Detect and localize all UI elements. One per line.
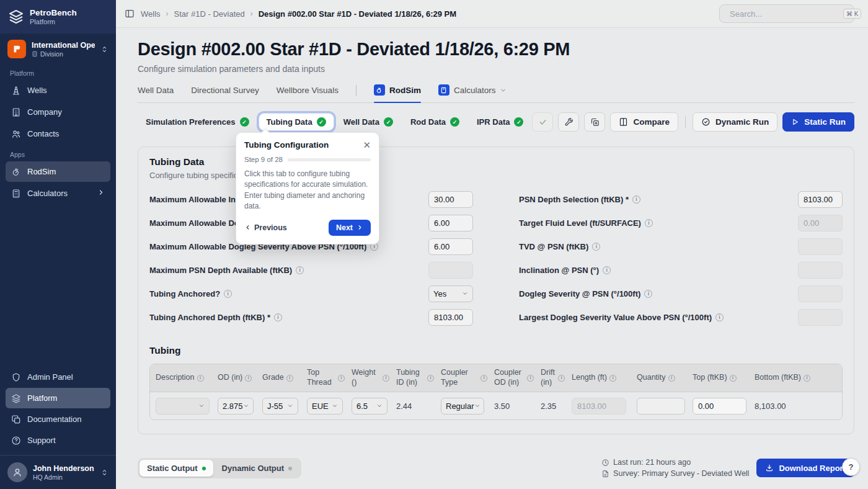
validate-button[interactable] <box>532 112 553 132</box>
tubing-anchored-select[interactable]: Yes <box>428 285 473 302</box>
sidebar-item-rodsim[interactable]: RodSim <box>6 161 110 182</box>
subtab-rod-data[interactable]: Rod Data✓ <box>402 113 467 131</box>
chevron-right-icon <box>356 224 363 231</box>
info-icon[interactable]: i <box>245 375 252 382</box>
top-thread-select[interactable]: EUE <box>307 398 343 415</box>
chevron-down-icon <box>474 402 480 411</box>
sidebar-item-documentation[interactable]: Documentation <box>6 409 110 429</box>
max-inclination-input[interactable] <box>428 191 473 208</box>
building-icon <box>11 107 21 117</box>
max-dogleg-above-psn-input[interactable] <box>428 238 473 255</box>
download-icon <box>765 464 774 472</box>
subtab-well-data[interactable]: Well Data✓ <box>335 113 401 131</box>
info-icon[interactable]: i <box>730 375 737 382</box>
info-icon[interactable]: i <box>558 375 565 382</box>
sidebar-item-wells[interactable]: Wells <box>6 80 110 101</box>
info-icon[interactable]: i <box>645 219 653 227</box>
tubing-anchored-depth-input[interactable] <box>428 309 473 326</box>
column-header: Gradei <box>262 373 307 383</box>
info-icon[interactable]: i <box>668 375 675 382</box>
close-icon[interactable]: ✕ <box>363 140 371 150</box>
users-icon <box>11 129 21 139</box>
tab-well-data[interactable]: Well Data <box>138 86 174 102</box>
psn-depth-selection-input[interactable] <box>798 191 843 208</box>
run-info: Last run: 21 hours ago Survey: Primary S… <box>601 458 749 478</box>
info-icon[interactable]: i <box>592 243 600 251</box>
topbar: Wells › Star #1D - Deviated › Design #00… <box>116 0 868 28</box>
sidebar-item-contacts[interactable]: Contacts <box>6 123 110 144</box>
subtab-tubing-data[interactable]: Tubing Data✓ <box>259 113 334 131</box>
download-report-button[interactable]: Download Report <box>756 459 854 477</box>
sidebar-item-company[interactable]: Company <box>6 102 110 122</box>
table-row: 2.875 J-55 EUE 6.5 2.44 Regular 3.50 2.3… <box>150 392 842 419</box>
subtab-ipr-data[interactable]: IPR Data✓ <box>469 113 531 131</box>
tab-directional-survey[interactable]: Directional Survey <box>191 86 259 102</box>
sidebar-item-platform[interactable]: Platform <box>6 388 110 408</box>
sidebar-toggle-icon[interactable] <box>125 9 135 19</box>
top-input[interactable] <box>693 398 746 415</box>
next-button[interactable]: Next <box>329 220 371 236</box>
edit-button[interactable] <box>558 112 579 132</box>
info-icon[interactable]: i <box>609 375 616 382</box>
quantity-input[interactable] <box>637 398 685 415</box>
info-icon[interactable]: i <box>338 375 345 382</box>
duplicate-button[interactable] <box>584 112 605 132</box>
info-icon[interactable]: i <box>480 375 487 382</box>
info-icon[interactable]: i <box>603 266 611 274</box>
column-header: Quantityi <box>637 373 693 383</box>
info-icon[interactable]: i <box>644 290 652 298</box>
inclination-at-psn-input <box>798 262 843 279</box>
info-icon[interactable]: i <box>286 375 293 382</box>
max-dogleg-input[interactable] <box>428 215 473 231</box>
chevron-right-icon: › <box>250 9 253 18</box>
info-icon[interactable]: i <box>296 266 304 274</box>
column-header: Coupler OD (in)i <box>494 368 541 387</box>
info-icon[interactable]: i <box>197 375 204 382</box>
help-button[interactable]: ? <box>842 458 860 476</box>
popover-title: Tubing Configuration <box>244 140 329 150</box>
breadcrumb-well[interactable]: Star #1D - Deviated <box>174 9 245 19</box>
brand: PetroBench Platform <box>0 0 116 34</box>
search-input[interactable] <box>730 9 839 19</box>
search-box[interactable]: ⌘ K <box>719 4 854 23</box>
check-circle-icon: ✓ <box>317 117 326 127</box>
largest-dogleg-above-psn-input <box>798 309 843 326</box>
sidebar-item-admin-panel[interactable]: Admin Panel <box>6 367 110 387</box>
petrobench-logo-icon <box>9 9 24 24</box>
description-select[interactable] <box>156 398 210 415</box>
info-icon[interactable]: i <box>715 313 724 321</box>
info-icon[interactable]: i <box>427 375 434 382</box>
sidebar-item-label: Documentation <box>27 415 81 424</box>
tab-calculators[interactable]: Calculators <box>438 84 507 102</box>
grade-select[interactable]: J-55 <box>262 398 298 415</box>
dynamic-run-button[interactable]: Dynamic Run <box>693 112 777 132</box>
breadcrumb-wells[interactable]: Wells <box>141 9 161 19</box>
tab-dynamic-output[interactable]: Dynamic Output <box>215 460 299 477</box>
od-select[interactable]: 2.875 <box>218 398 254 415</box>
brand-subtitle: Platform <box>30 18 77 25</box>
weight-select[interactable]: 6.5 <box>352 398 388 415</box>
tab-rodsim[interactable]: RodSim <box>374 84 421 102</box>
tab-static-output[interactable]: Static Output <box>140 460 213 477</box>
file-text-icon <box>601 470 609 478</box>
tab-wellbore-visuals[interactable]: Wellbore Visuals <box>277 86 339 102</box>
subtab-simulation-preferences[interactable]: Simulation Preferences✓ <box>138 113 257 131</box>
static-run-button[interactable]: Static Run <box>782 112 854 132</box>
info-icon[interactable]: i <box>804 375 810 382</box>
coupler-type-select[interactable]: Regular <box>441 398 484 415</box>
info-icon[interactable]: i <box>632 195 640 204</box>
form-row: Maximum PSN Depth Available (ftKB)i <box>149 258 473 282</box>
user-menu[interactable]: John Henderson HQ Admin <box>0 455 116 489</box>
compare-button[interactable]: Compare <box>610 112 678 132</box>
info-icon[interactable]: i <box>224 290 232 298</box>
info-icon[interactable]: i <box>274 313 282 321</box>
chevron-right-icon: › <box>166 9 169 18</box>
sidebar-item-support[interactable]: Support <box>6 430 110 451</box>
org-switcher[interactable]: International Operatio Division <box>0 34 116 63</box>
column-header: Drift (in)i <box>541 368 572 387</box>
previous-button[interactable]: Previous <box>244 223 287 232</box>
info-icon[interactable]: i <box>383 375 389 382</box>
sidebar-item-calculators[interactable]: Calculators <box>6 183 110 204</box>
coupler-od-value: 3.50 <box>494 402 541 411</box>
info-icon[interactable]: i <box>527 375 534 382</box>
